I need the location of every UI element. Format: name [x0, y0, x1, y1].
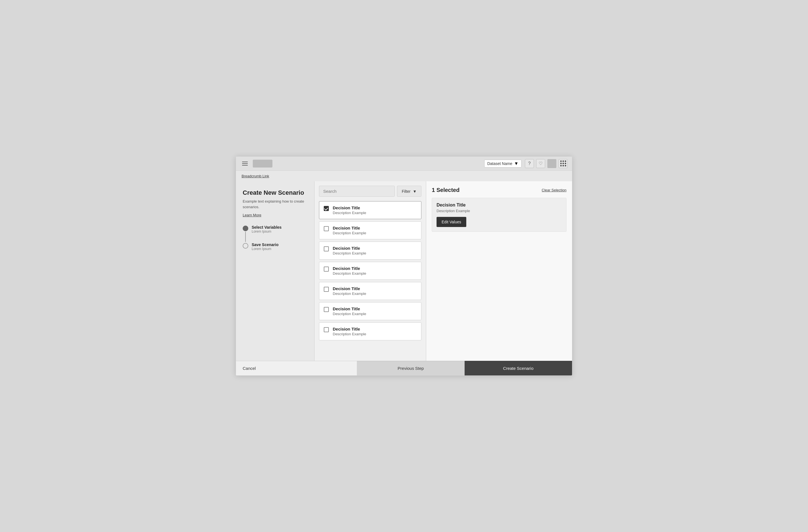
decision-card-2[interactable]: Decision TitleDescription Example: [319, 242, 421, 259]
step-item-select-variables: Select Variables Lorem Ipsum: [243, 225, 308, 242]
selection-count: 1 Selected: [432, 187, 460, 193]
sidebar: Create New Scenario Example text explain…: [236, 181, 314, 361]
step-line-1: [245, 232, 246, 242]
decision-checkbox-6[interactable]: [324, 327, 329, 332]
decision-desc-4: Description Example: [333, 292, 366, 296]
decision-title-5: Decision Title: [333, 307, 366, 311]
decision-checkbox-3[interactable]: [324, 267, 329, 272]
learn-more-link[interactable]: Learn More: [243, 213, 308, 217]
cancel-button[interactable]: Cancel: [236, 361, 357, 375]
dataset-selector[interactable]: Dataset Name ▼: [484, 160, 521, 167]
decision-desc-5: Description Example: [333, 312, 366, 316]
selected-item-title: Decision Title: [437, 203, 562, 208]
apps-grid-icon-button[interactable]: [558, 159, 568, 168]
decision-info-3: Decision TitleDescription Example: [333, 266, 366, 276]
app-window: Dataset Name ▼ ? ♡ Breadcrumb Link Creat…: [236, 156, 572, 376]
filter-button[interactable]: Filter ▼: [397, 186, 421, 197]
breadcrumb-bar: Breadcrumb Link: [236, 170, 572, 181]
top-nav: Dataset Name ▼ ? ♡: [236, 157, 572, 170]
decision-desc-2: Description Example: [333, 251, 366, 255]
clear-selection-button[interactable]: Clear Selection: [542, 188, 566, 192]
help-icon-button[interactable]: ?: [525, 159, 534, 168]
step-2-sublabel: Lorem Ipsum: [252, 247, 279, 251]
decision-info-5: Decision TitleDescription Example: [333, 307, 366, 316]
decisions-list: Decision TitleDescription ExampleDecisio…: [314, 201, 426, 361]
decision-info-1: Decision TitleDescription Example: [333, 225, 366, 235]
action-bar: Cancel Previous Step Create Scenario: [236, 361, 572, 375]
search-input-wrapper: [319, 186, 395, 197]
dataset-name-label: Dataset Name: [487, 161, 512, 166]
decision-info-2: Decision TitleDescription Example: [333, 246, 366, 255]
step-connector-2: [243, 242, 248, 249]
create-scenario-button[interactable]: Create Scenario: [464, 361, 572, 375]
previous-step-button[interactable]: Previous Step: [357, 361, 464, 375]
decision-info-4: Decision TitleDescription Example: [333, 286, 366, 296]
search-filter-bar: Filter ▼: [314, 181, 426, 201]
selected-item-card: Decision Title Description Example Edit …: [432, 198, 566, 232]
decision-card-3[interactable]: Decision TitleDescription Example: [319, 262, 421, 280]
decision-title-4: Decision Title: [333, 286, 366, 291]
decision-info-0: Decision TitleDescription Example: [333, 205, 366, 215]
step-circle-2: [243, 243, 248, 249]
decision-card-1[interactable]: Decision TitleDescription Example: [319, 221, 421, 239]
step-circle-1: [243, 225, 248, 231]
step-item-save-scenario: Save Scenario Lorem Ipsum: [243, 242, 308, 251]
decision-card-4[interactable]: Decision TitleDescription Example: [319, 282, 421, 300]
main-content: Create New Scenario Example text explain…: [236, 181, 572, 361]
selection-header: 1 Selected Clear Selection: [432, 187, 566, 193]
decision-card-5[interactable]: Decision TitleDescription Example: [319, 302, 421, 320]
decision-card-6[interactable]: Decision TitleDescription Example: [319, 323, 421, 341]
step-1-name: Select Variables: [252, 225, 282, 230]
decision-desc-1: Description Example: [333, 231, 366, 235]
decision-checkbox-1[interactable]: [324, 226, 329, 231]
sidebar-description: Example text explaining how to create sc…: [243, 199, 308, 209]
filter-label: Filter: [402, 189, 410, 194]
search-input[interactable]: [319, 186, 395, 197]
decision-info-6: Decision TitleDescription Example: [333, 327, 366, 336]
step-text-2: Save Scenario Lorem Ipsum: [252, 242, 279, 251]
step-connector-1: [243, 225, 248, 242]
sidebar-title: Create New Scenario: [243, 189, 308, 197]
user-avatar[interactable]: [547, 159, 556, 168]
filter-chevron-icon: ▼: [413, 189, 417, 194]
decision-checkbox-2[interactable]: [324, 246, 329, 252]
decision-desc-3: Description Example: [333, 271, 366, 276]
menu-icon[interactable]: [240, 159, 250, 168]
logo: [253, 160, 272, 167]
step-2-name: Save Scenario: [252, 242, 279, 247]
decision-title-6: Decision Title: [333, 327, 366, 331]
center-panel: Filter ▼ Decision TitleDescription Examp…: [314, 181, 426, 361]
decision-checkbox-4[interactable]: [324, 287, 329, 292]
decision-card-0[interactable]: Decision TitleDescription Example: [319, 201, 421, 219]
decision-title-0: Decision Title: [333, 205, 366, 210]
step-1-sublabel: Lorem Ipsum: [252, 230, 282, 234]
decision-desc-0: Description Example: [333, 211, 366, 215]
step-list: Select Variables Lorem Ipsum Save Scenar…: [243, 225, 308, 251]
decision-checkbox-0[interactable]: [324, 206, 329, 211]
edit-values-button[interactable]: Edit Values: [437, 217, 466, 227]
breadcrumb-link[interactable]: Breadcrumb Link: [242, 174, 269, 178]
decision-checkbox-5[interactable]: [324, 307, 329, 312]
decision-title-3: Decision Title: [333, 266, 366, 271]
decision-title-1: Decision Title: [333, 225, 366, 231]
nav-icons: ? ♡: [525, 159, 568, 168]
notifications-icon-button[interactable]: ♡: [536, 159, 545, 168]
right-panel: 1 Selected Clear Selection Decision Titl…: [426, 181, 572, 361]
decision-desc-6: Description Example: [333, 332, 366, 336]
step-text-1: Select Variables Lorem Ipsum: [252, 225, 282, 234]
chevron-down-icon: ▼: [514, 161, 518, 166]
decision-title-2: Decision Title: [333, 246, 366, 251]
selected-item-desc: Description Example: [437, 209, 562, 213]
